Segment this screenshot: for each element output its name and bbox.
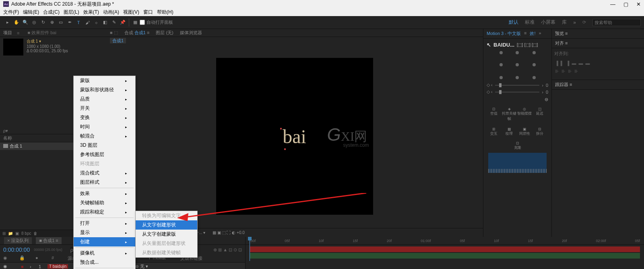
ctx-camera[interactable]: 摄像机▸ bbox=[74, 248, 135, 258]
panel-toggle[interactable]: ▦ bbox=[131, 18, 140, 27]
ctx-3d-layer[interactable]: 3D 图层 bbox=[74, 141, 135, 150]
ctx-mask-shape-path[interactable]: 蒙版和形状路径▸ bbox=[74, 85, 135, 94]
btn-interact[interactable]: ⊞交互 bbox=[487, 126, 501, 137]
btn-same-layer[interactable]: ▣同层性 bbox=[517, 126, 532, 137]
roto-tool[interactable]: ✎ bbox=[109, 18, 118, 27]
sub-create-shapes-from-text[interactable]: 从文字创建形状 bbox=[136, 220, 197, 230]
workspace-default[interactable]: 默认 bbox=[509, 19, 518, 26]
trash-icon[interactable]: 🗑 bbox=[33, 231, 37, 236]
text-tool[interactable]: T bbox=[74, 18, 83, 27]
orbit-tool[interactable]: ◎ bbox=[30, 18, 39, 27]
motion-panel-title[interactable]: Motion 3 - 中文版 bbox=[487, 31, 521, 37]
menu-layer[interactable]: 图层(L) bbox=[64, 9, 79, 16]
ctx-guide-layer[interactable]: 参考线图层 bbox=[74, 150, 135, 159]
eraser-tool[interactable]: ◧ bbox=[101, 18, 109, 27]
align-tab[interactable]: 对齐 bbox=[555, 41, 564, 45]
ctx-keyframe-assist[interactable]: 关键帧辅助▸ bbox=[74, 198, 135, 207]
workspace-library[interactable]: 库 bbox=[562, 19, 567, 26]
distribute-icon[interactable]: ⊪ bbox=[574, 69, 578, 74]
align-center-h-icon[interactable]: ▌ bbox=[561, 61, 564, 66]
help-search-input[interactable] bbox=[592, 19, 641, 26]
ctx-layer-styles[interactable]: 图层样式▸ bbox=[74, 178, 135, 187]
comp-breadcrumb[interactable]: 合成1 bbox=[110, 38, 126, 43]
ctx-open[interactable]: 打开▸ bbox=[74, 219, 135, 228]
playhead[interactable] bbox=[250, 237, 250, 261]
menu-animation[interactable]: 动画(A) bbox=[103, 9, 119, 16]
ctx-track-stabilize[interactable]: 跟踪和稳定▸ bbox=[74, 207, 135, 217]
current-timecode[interactable]: 0:00:00:00 bbox=[3, 246, 30, 253]
anchor-grid[interactable] bbox=[500, 51, 536, 79]
tab-render-queue[interactable]: × 渲染队列 bbox=[4, 237, 32, 244]
workspace-small[interactable]: 小屏幕 bbox=[541, 19, 555, 26]
align-right-icon[interactable]: ▐ bbox=[566, 61, 570, 66]
tab-composition[interactable]: 合成 合成1 ≡ bbox=[124, 30, 150, 36]
reset-icon[interactable]: ⊝ bbox=[545, 97, 548, 102]
align-center-v-icon[interactable]: ▬ bbox=[578, 61, 583, 66]
tab-effect-controls[interactable]: ■ 效果控件 bai bbox=[24, 30, 59, 36]
anchor-tool[interactable]: ⊕ bbox=[47, 18, 56, 27]
menu-view[interactable]: 视图(V) bbox=[123, 9, 139, 16]
interpret-icon[interactable]: ⊞ bbox=[2, 231, 6, 236]
menu-composition[interactable]: 合成(C) bbox=[43, 9, 60, 16]
btn-clone[interactable]: ⊡克隆 bbox=[510, 140, 525, 151]
ctx-reveal[interactable]: 显示▸ bbox=[74, 228, 135, 237]
puppet-tool[interactable]: 📌 bbox=[118, 18, 127, 27]
tab-layer[interactable]: 图层 (无) bbox=[156, 30, 173, 36]
menu-effect[interactable]: 效果(T) bbox=[83, 9, 99, 16]
brush-tool[interactable]: 🖌 bbox=[83, 18, 92, 27]
preview-tab[interactable]: 预览 bbox=[555, 31, 564, 36]
btn-texture[interactable]: ▦纹理 bbox=[502, 126, 516, 137]
ctx-frame-blending[interactable]: 帧混合▸ bbox=[74, 131, 135, 141]
ctx-transform[interactable]: 变换▸ bbox=[74, 113, 135, 122]
ctx-precompose[interactable]: 预合成... bbox=[74, 258, 135, 267]
menu-edit[interactable]: 编辑(E) bbox=[23, 9, 39, 16]
menu-help[interactable]: 帮助(H) bbox=[157, 9, 173, 16]
menu-file[interactable]: 文件(F) bbox=[3, 9, 19, 16]
distribute-icon[interactable]: ⊪ bbox=[568, 69, 572, 74]
shape-tool[interactable]: ▭ bbox=[56, 18, 65, 27]
distribute-icon[interactable]: ⊪ bbox=[561, 69, 566, 74]
menu-window[interactable]: 窗口 bbox=[143, 9, 153, 16]
work-area-bar[interactable] bbox=[250, 253, 640, 259]
sync-icon[interactable]: ⟳ bbox=[582, 20, 586, 25]
time-ruler[interactable]: :00f05f10f 15f20f01:00f 05f10f15f 20f02:… bbox=[246, 237, 644, 245]
align-top-icon[interactable]: ▬ bbox=[572, 61, 576, 66]
minimize-button[interactable]: — bbox=[610, 1, 615, 7]
close-button[interactable]: ✕ bbox=[636, 1, 641, 7]
comp-thumbnail[interactable] bbox=[3, 39, 23, 55]
ctx-switches[interactable]: 开关▸ bbox=[74, 104, 135, 113]
canvas[interactable]: bai GXI网 system.com bbox=[216, 58, 373, 215]
distribute-icon[interactable]: ⊪ bbox=[555, 69, 559, 74]
align-left-icon[interactable]: ▐ bbox=[555, 61, 558, 66]
ctx-time[interactable]: 时间▸ bbox=[74, 122, 135, 131]
ctx-effect[interactable]: 效果▸ bbox=[74, 189, 135, 198]
slider-1[interactable]: ◇ ‹ › 0 bbox=[487, 82, 548, 88]
composition-viewer[interactable]: bai GXI网 system.com bbox=[106, 45, 483, 228]
bpc-label[interactable]: 8 bpc bbox=[21, 231, 31, 236]
ctx-blending-mode[interactable]: 混合模式▸ bbox=[74, 168, 135, 178]
workspace-standard[interactable]: 标准 bbox=[525, 19, 535, 26]
layer-name[interactable]: T baidujin bbox=[47, 264, 68, 269]
ctx-quality[interactable]: 品质▸ bbox=[74, 94, 135, 104]
auto-open-checkbox[interactable] bbox=[140, 20, 145, 25]
sub-create-masks-from-text[interactable]: 从文字创建蒙版 bbox=[136, 230, 197, 239]
tab-project[interactable]: 项目 bbox=[0, 30, 15, 36]
btn-delay[interactable]: ◫延迟 bbox=[533, 106, 547, 122]
btn-split[interactable]: ⊟拆分 bbox=[533, 126, 547, 137]
effects-tab[interactable]: 效! bbox=[530, 31, 535, 37]
hand-tool[interactable]: ✋ bbox=[12, 18, 21, 27]
new-folder-icon[interactable]: 📁 bbox=[8, 231, 13, 236]
btn-smart[interactable]: ◎智能摆摆 bbox=[517, 106, 532, 122]
timeline-tracks[interactable]: :00f05f10f 15f20f01:00f 05f10f15f 20f02:… bbox=[246, 237, 644, 269]
maximize-button[interactable]: ▢ bbox=[623, 1, 628, 7]
pen-tool[interactable]: ✒ bbox=[65, 18, 74, 27]
clone-tool[interactable]: ⟐ bbox=[92, 18, 101, 27]
text-layer-bai[interactable]: bai bbox=[283, 125, 306, 148]
tracker-tab[interactable]: 跟踪器 bbox=[555, 82, 568, 87]
btn-null[interactable]: ⊡空值 bbox=[487, 106, 501, 122]
selection-tool[interactable]: ▸ bbox=[3, 18, 12, 27]
new-comp-icon[interactable]: ▣ bbox=[15, 231, 19, 236]
ctx-create[interactable]: 创建▸ bbox=[74, 237, 135, 246]
zoom-tool[interactable]: 🔍 bbox=[21, 18, 30, 27]
align-bottom-icon[interactable]: ▬ bbox=[585, 61, 590, 66]
